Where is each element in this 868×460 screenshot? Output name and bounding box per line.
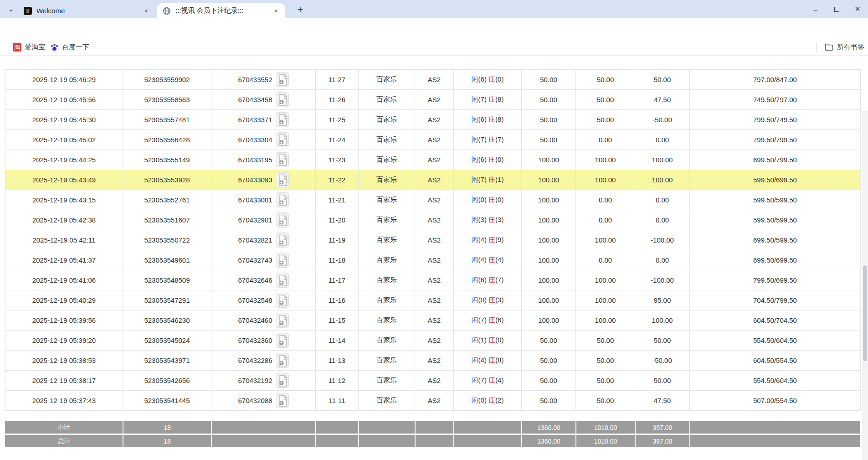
close-tab-icon[interactable]: × <box>272 7 280 15</box>
video-record-icon[interactable] <box>276 313 289 328</box>
cell-bet-amount: 100.00 <box>522 310 576 331</box>
cell-time: 2025-12-19 05:38:53 <box>5 351 123 371</box>
video-record-icon[interactable] <box>276 353 289 368</box>
cell-table: AS2 <box>415 210 454 230</box>
close-tab-icon[interactable]: × <box>142 7 150 15</box>
cell-round: 11-25 <box>316 110 359 130</box>
banker-label: 庄 <box>488 336 495 344</box>
summary-table-body: 小计 18 1360.00 1010.00 397.00 总计 18 1360.… <box>5 421 860 447</box>
cell-result: 闲(3) 庄(3) <box>454 210 522 230</box>
cell-round: 11-12 <box>316 371 359 391</box>
video-record-icon[interactable] <box>276 112 289 127</box>
bet-records-page: 2025-12-19 05:46:29 523053559902 6704335… <box>0 56 868 460</box>
tab-welcome[interactable]: ♛ Welcome × <box>18 3 155 18</box>
video-record-icon[interactable] <box>276 233 289 248</box>
video-record-icon[interactable] <box>276 152 289 167</box>
cell-game: 百家乐 <box>359 110 415 130</box>
close-window-button[interactable]: ✕ <box>847 0 868 18</box>
cell-winloss: -50.00 <box>635 110 690 130</box>
cell-balance: 507.00/554.50 <box>690 391 861 411</box>
banker-score: (2) <box>495 396 503 404</box>
summary-table: 小计 18 1360.00 1010.00 397.00 总计 18 1360.… <box>5 420 860 449</box>
cell-valid-amount: 0.00 <box>576 250 635 270</box>
cell-bet-amount: 50.00 <box>522 90 576 110</box>
taobao-icon: 淘 <box>13 43 21 52</box>
cell-balance: 704.50/799.50 <box>690 290 861 310</box>
cell-game: 百家乐 <box>359 290 415 310</box>
summary-label: 小计 <box>5 421 123 434</box>
maximize-button[interactable] <box>826 0 847 18</box>
cell-valid-amount: 50.00 <box>576 70 635 90</box>
video-record-icon[interactable] <box>276 333 289 348</box>
video-record-icon[interactable] <box>276 373 289 388</box>
bookmark-baidu[interactable]: 百度一下 <box>50 41 89 53</box>
cell-round: 11-16 <box>316 290 359 310</box>
cell-game: 百家乐 <box>359 90 415 110</box>
cell-bet-id: 523053542656 <box>123 371 211 391</box>
cell-time: 2025-12-19 05:38:17 <box>5 371 123 391</box>
cell-game: 百家乐 <box>359 331 415 351</box>
minimize-button[interactable]: – <box>805 0 826 18</box>
video-record-icon[interactable] <box>276 172 289 187</box>
player-label: 闲 <box>472 135 478 143</box>
cell-game: 百家乐 <box>359 371 415 391</box>
cell-time: 2025-12-19 05:45:56 <box>5 90 123 110</box>
cell-round: 11-27 <box>316 70 359 90</box>
cell-winloss: 0.00 <box>635 250 690 270</box>
new-tab-button[interactable]: + <box>294 4 307 16</box>
cell-game-id: 670432460 <box>211 310 316 331</box>
video-record-icon[interactable] <box>276 72 289 87</box>
cell-result: 闲(6) 庄(0) <box>454 70 522 90</box>
cell-winloss: 0.00 <box>635 130 690 150</box>
cell-game-id: 670433552 <box>211 70 316 90</box>
game-id-text: 670432192 <box>238 377 272 384</box>
all-bookmarks-button[interactable]: 所有书签 <box>825 41 864 53</box>
player-label: 闲 <box>472 396 478 404</box>
cell-time: 2025-12-19 05:41:37 <box>5 250 123 270</box>
video-record-icon[interactable] <box>276 293 289 308</box>
cell-game-id: 670433001 <box>211 190 316 210</box>
video-record-icon[interactable] <box>276 253 289 268</box>
banker-label: 庄 <box>488 256 495 264</box>
tab-bet-records[interactable]: :::视讯 会员下注纪录::: × <box>157 3 285 18</box>
player-score: (4) <box>478 236 487 243</box>
baidu-paw-icon <box>50 43 59 52</box>
page-scrollbar[interactable] <box>862 111 868 460</box>
video-record-icon[interactable] <box>276 92 289 107</box>
player-score: (6) <box>478 155 487 163</box>
scrollbar-thumb[interactable] <box>863 265 867 361</box>
cell-balance: 799.50/799.50 <box>690 130 861 150</box>
cell-time: 2025-12-19 05:46:29 <box>5 70 123 90</box>
video-record-icon[interactable] <box>276 273 289 288</box>
bookmark-label: 百度一下 <box>62 43 89 52</box>
player-label: 闲 <box>472 256 478 264</box>
bookmark-taobao[interactable]: 淘 爱淘宝 <box>13 41 45 53</box>
cell-table: AS2 <box>415 371 454 391</box>
cell-round: 11-24 <box>316 130 359 150</box>
cell-bet-amount: 100.00 <box>522 230 576 250</box>
summary-winloss: 397.00 <box>635 435 689 447</box>
video-record-icon[interactable] <box>276 192 289 207</box>
cell-bet-id: 523053558563 <box>123 90 211 110</box>
cell-table: AS2 <box>415 270 454 290</box>
player-label: 闲 <box>472 196 478 203</box>
video-record-icon[interactable] <box>276 393 289 408</box>
game-id-text: 670433001 <box>238 196 272 204</box>
summary-count: 18 <box>123 421 211 434</box>
cell-round: 11-17 <box>316 270 359 290</box>
cell-table: AS2 <box>415 310 454 331</box>
cell-time: 2025-12-19 05:40:29 <box>5 290 123 310</box>
cell-bet-id: 523053553928 <box>123 170 211 190</box>
video-record-icon[interactable] <box>276 212 289 227</box>
table-row: 2025-12-19 05:38:53 523053543971 6704322… <box>5 351 861 371</box>
tab-search-chevron-icon[interactable]: ⌄ <box>5 4 16 15</box>
cell-bet-id: 523053555149 <box>123 150 211 170</box>
cell-time: 2025-12-19 05:39:56 <box>5 310 123 331</box>
cell-game: 百家乐 <box>359 230 415 250</box>
banker-score: (0) <box>495 75 503 83</box>
player-score: (6) <box>478 276 487 284</box>
cell-game: 百家乐 <box>359 190 415 210</box>
cell-valid-amount: 100.00 <box>576 310 635 331</box>
video-record-icon[interactable] <box>276 132 289 147</box>
cell-bet-amount: 100.00 <box>522 250 576 270</box>
